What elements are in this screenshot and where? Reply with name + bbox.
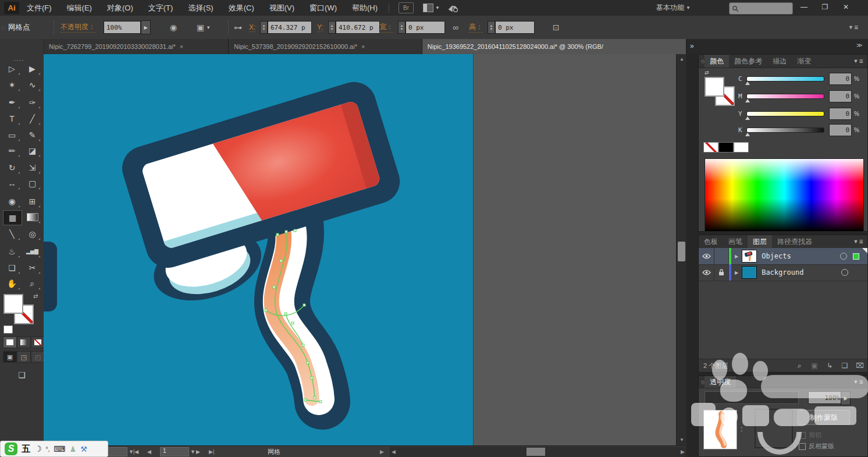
align-icon[interactable]: ▣ [197,23,204,32]
layer-thumbnail[interactable] [742,250,757,263]
y-stepper[interactable]: ▲▼ [328,21,336,34]
draw-inside-button[interactable]: ◰ [31,351,45,363]
layer-thumbnail[interactable] [742,266,757,279]
magic-wand-tool[interactable]: ✶ [3,78,21,92]
yellow-slider[interactable] [746,111,824,116]
next-artboard-button[interactable]: ▶ [196,446,200,457]
keyboard-icon[interactable]: ⌨ [54,444,65,454]
menu-select[interactable]: 选择(S) [180,0,220,16]
pasteboard[interactable] [473,54,677,445]
pencil-tool[interactable]: ✏ [3,144,21,158]
invert-mask-checkbox-row[interactable]: 反相蒙版 [799,442,834,451]
delete-layer-icon[interactable]: ⌧ [852,362,867,370]
menu-edit[interactable]: 编辑(E) [59,0,99,16]
transform-icon[interactable]: ⊶ [234,23,242,32]
black-value-input[interactable]: 0 [829,124,852,136]
panel-menu-icon[interactable]: ▼≣ [853,379,864,385]
bridge-button[interactable]: Br [399,2,414,13]
swap-fill-stroke-icon[interactable]: ⇄ [705,70,709,76]
x-stepper[interactable]: ▲▼ [260,21,268,34]
tab-gradient[interactable]: 渐变 [792,55,816,68]
menu-window[interactable]: 窗口(W) [302,0,344,16]
tab-transparency[interactable]: 透明度 [705,376,736,388]
make-mask-button[interactable]: 制作蒙版 [798,410,850,425]
blend-mode-select[interactable] [705,391,799,404]
tab-pathfinder[interactable]: 路径查找器 [772,235,817,248]
last-artboard-button[interactable]: ▶| [209,446,214,457]
zoom-tool[interactable]: ⌕ [23,277,41,291]
wubi-mode[interactable]: 五 [22,444,30,455]
panel-menu-icon[interactable]: ▼≣ [853,239,864,245]
lock-toggle[interactable] [714,248,729,264]
tab-brushes[interactable]: 画笔 [723,235,748,248]
object-thumbnail[interactable] [703,410,737,449]
free-transform-tool[interactable]: ▢ [23,176,41,190]
opacity-dropdown-button[interactable]: ▶ [141,20,151,34]
layer-row-background[interactable]: ▶ Background [699,264,867,281]
yellow-value-input[interactable]: 0 [829,108,852,120]
width-label[interactable]: 宽： [379,22,393,33]
horizontal-scrollbar[interactable]: ◀ ▶ [390,447,686,457]
minimize-button[interactable]: — [795,0,813,14]
artboard-dropdown[interactable]: ▼ [190,449,195,455]
constrain-proportions-icon[interactable]: ∞ [453,23,458,32]
height-input[interactable]: 0 px [495,21,535,34]
cyan-slider[interactable] [746,76,824,82]
eraser-tool[interactable]: ◪ [23,144,41,158]
x-label[interactable]: X: [249,23,255,32]
column-graph-tool[interactable]: ▂▅▇ [23,245,41,258]
menu-object[interactable]: 对象(O) [99,0,141,16]
selection-indicator[interactable] [853,253,859,260]
opacity-input[interactable]: 100% [104,21,141,34]
horizontal-scroll-thumb[interactable] [527,448,545,456]
perspective-grid-tool[interactable]: ⊞ [23,194,41,208]
gradient-mode-button[interactable] [20,339,27,345]
sogou-logo[interactable]: S [5,442,17,455]
artboard-tool[interactable]: ❏ [3,261,21,275]
magenta-value-input[interactable]: 0 [829,90,852,102]
x-input[interactable]: 674.327 p [268,21,312,34]
symbol-sprayer-tool[interactable]: ♨ [3,245,21,258]
vertical-scroll-thumb[interactable] [678,242,685,261]
clip-checkbox-row[interactable]: 剪切 [799,431,821,440]
blend-tool[interactable]: ◎ [23,227,41,241]
tab-layers[interactable]: 图层 [748,235,772,248]
width-input[interactable]: 0 px [405,21,445,34]
opacity-label[interactable]: 不透明度： [61,22,95,33]
screen-mode-button[interactable]: ❏ [13,368,31,382]
panel-menu-icon[interactable]: ▼≣ [848,24,859,30]
gradient-tool[interactable] [23,210,41,224]
new-sublayer-icon[interactable]: ↳ [822,362,837,370]
tab-swatches[interactable]: 色板 [699,235,723,248]
menu-help[interactable]: 帮助(H) [344,0,385,16]
scroll-left-icon[interactable]: ◀ [392,449,396,455]
axe-artwork[interactable] [44,54,473,445]
fill-swatch[interactable] [3,294,23,314]
draw-behind-button[interactable]: ◳ [17,351,31,363]
rectangle-tool[interactable]: ▭ [3,128,21,142]
transparency-opacity-input[interactable]: 100% [808,391,843,404]
tab-overflow-icon[interactable]: » [690,42,694,50]
fill-swatch[interactable] [705,77,724,97]
white-swatch[interactable] [734,142,749,153]
height-label[interactable]: 高： [469,22,483,33]
width-stepper[interactable]: ▲▼ [398,21,405,34]
default-fill-stroke-icon[interactable] [3,325,13,334]
target-circle[interactable] [840,253,847,260]
black-swatch[interactable] [718,142,734,153]
document-tab-3-active[interactable]: Nipic_19369522_20160411025128024000.ai* … [422,39,686,54]
close-button[interactable]: ✕ [837,0,855,14]
status-expand-icon[interactable]: ▶ [380,446,384,457]
none-swatch[interactable] [703,142,718,153]
arrange-documents-icon[interactable] [423,3,433,12]
curvature-pen-tool[interactable]: ✑ [23,95,41,109]
rotate-tool[interactable]: ↻ [3,161,21,175]
type-tool[interactable]: T [3,112,21,126]
checkbox[interactable] [799,432,806,439]
layer-row-objects[interactable]: ▶ Objects [699,248,867,265]
y-label[interactable]: Y: [317,23,323,32]
lasso-tool[interactable]: ∿ [23,78,41,92]
swap-fill-stroke-icon[interactable]: ⇄ [33,293,38,299]
tab-color-guide[interactable]: 颜色参考 [729,55,767,68]
vertical-scrollbar[interactable]: ▲ ▼ [676,54,687,445]
